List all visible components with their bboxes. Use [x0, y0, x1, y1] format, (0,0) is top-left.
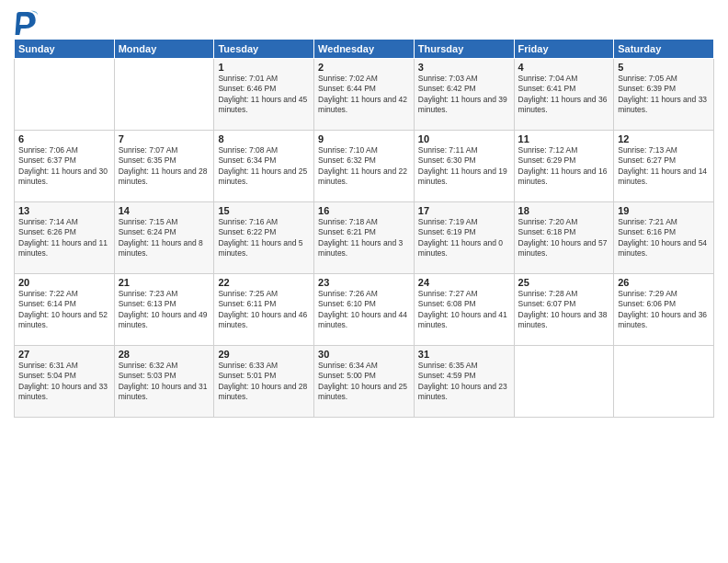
day-number: 26: [618, 277, 710, 288]
day-number: 6: [18, 133, 110, 144]
day-number: 28: [119, 349, 210, 360]
day-info: Sunrise: 7:21 AM Sunset: 6:16 PM Dayligh…: [618, 217, 710, 259]
day-cell: 12Sunrise: 7:13 AM Sunset: 6:27 PM Dayli…: [614, 131, 714, 202]
logo: [14, 9, 43, 35]
day-info: Sunrise: 7:27 AM Sunset: 6:08 PM Dayligh…: [418, 289, 510, 331]
day-info: Sunrise: 7:08 AM Sunset: 6:34 PM Dayligh…: [218, 145, 310, 188]
day-number: 16: [318, 205, 410, 216]
day-info: Sunrise: 6:31 AM Sunset: 5:04 PM Dayligh…: [18, 361, 110, 403]
header-day-friday: Friday: [514, 40, 614, 59]
day-cell: 3Sunrise: 7:03 AM Sunset: 6:42 PM Daylig…: [414, 59, 514, 131]
day-info: Sunrise: 7:06 AM Sunset: 6:37 PM Dayligh…: [18, 145, 110, 188]
day-cell: 2Sunrise: 7:02 AM Sunset: 6:44 PM Daylig…: [314, 59, 415, 131]
day-info: Sunrise: 7:10 AM Sunset: 6:32 PM Dayligh…: [318, 145, 410, 188]
day-info: Sunrise: 6:32 AM Sunset: 5:03 PM Dayligh…: [119, 361, 210, 403]
day-info: Sunrise: 7:16 AM Sunset: 6:22 PM Dayligh…: [218, 217, 310, 259]
day-cell: [114, 59, 214, 131]
day-number: 18: [518, 205, 610, 216]
day-info: Sunrise: 7:02 AM Sunset: 6:44 PM Dayligh…: [318, 74, 410, 116]
day-cell: 27Sunrise: 6:31 AM Sunset: 5:04 PM Dayli…: [15, 346, 115, 418]
day-info: Sunrise: 7:18 AM Sunset: 6:21 PM Dayligh…: [318, 217, 410, 259]
day-cell: 16Sunrise: 7:18 AM Sunset: 6:21 PM Dayli…: [314, 202, 415, 274]
page: SundayMondayTuesdayWednesdayThursdayFrid…: [0, 0, 728, 563]
day-cell: 7Sunrise: 7:07 AM Sunset: 6:35 PM Daylig…: [114, 131, 214, 202]
week-row-4: 20Sunrise: 7:22 AM Sunset: 6:14 PM Dayli…: [15, 274, 714, 346]
day-cell: 5Sunrise: 7:05 AM Sunset: 6:39 PM Daylig…: [614, 59, 714, 131]
day-number: 21: [119, 277, 210, 288]
day-info: Sunrise: 7:29 AM Sunset: 6:06 PM Dayligh…: [618, 289, 710, 331]
day-info: Sunrise: 7:05 AM Sunset: 6:39 PM Dayligh…: [618, 74, 710, 116]
day-number: 9: [318, 133, 410, 144]
day-number: 1: [218, 62, 310, 73]
day-cell: 20Sunrise: 7:22 AM Sunset: 6:14 PM Dayli…: [15, 274, 115, 346]
day-info: Sunrise: 7:03 AM Sunset: 6:42 PM Dayligh…: [418, 74, 510, 116]
week-row-5: 27Sunrise: 6:31 AM Sunset: 5:04 PM Dayli…: [15, 346, 714, 418]
day-number: 27: [18, 349, 110, 360]
day-info: Sunrise: 7:28 AM Sunset: 6:07 PM Dayligh…: [518, 289, 610, 331]
day-cell: 26Sunrise: 7:29 AM Sunset: 6:06 PM Dayli…: [614, 274, 714, 346]
day-number: 25: [518, 277, 610, 288]
day-cell: 13Sunrise: 7:14 AM Sunset: 6:26 PM Dayli…: [15, 202, 115, 274]
day-cell: [15, 59, 115, 131]
day-info: Sunrise: 6:34 AM Sunset: 5:00 PM Dayligh…: [318, 361, 410, 403]
day-info: Sunrise: 6:33 AM Sunset: 5:01 PM Dayligh…: [218, 361, 310, 403]
day-info: Sunrise: 7:26 AM Sunset: 6:10 PM Dayligh…: [318, 289, 410, 331]
day-cell: 28Sunrise: 6:32 AM Sunset: 5:03 PM Dayli…: [114, 346, 214, 418]
day-info: Sunrise: 7:07 AM Sunset: 6:35 PM Dayligh…: [119, 145, 210, 188]
day-cell: 17Sunrise: 7:19 AM Sunset: 6:19 PM Dayli…: [414, 202, 514, 274]
calendar-header: SundayMondayTuesdayWednesdayThursdayFrid…: [15, 40, 714, 59]
day-info: Sunrise: 7:14 AM Sunset: 6:26 PM Dayligh…: [18, 217, 110, 259]
day-info: Sunrise: 7:19 AM Sunset: 6:19 PM Dayligh…: [418, 217, 510, 259]
day-number: 12: [618, 133, 710, 144]
header-day-sunday: Sunday: [15, 40, 115, 59]
day-number: 19: [618, 205, 710, 216]
day-number: 15: [218, 205, 310, 216]
day-cell: [614, 346, 714, 418]
day-number: 29: [218, 349, 310, 360]
day-number: 3: [418, 62, 510, 73]
day-number: 20: [18, 277, 110, 288]
day-info: Sunrise: 7:25 AM Sunset: 6:11 PM Dayligh…: [218, 289, 310, 331]
header-day-thursday: Thursday: [414, 40, 514, 59]
day-number: 11: [518, 133, 610, 144]
logo-icon: [14, 9, 40, 35]
day-info: Sunrise: 7:13 AM Sunset: 6:27 PM Dayligh…: [618, 145, 710, 188]
day-cell: 8Sunrise: 7:08 AM Sunset: 6:34 PM Daylig…: [214, 131, 314, 202]
day-number: 23: [318, 277, 410, 288]
day-cell: 23Sunrise: 7:26 AM Sunset: 6:10 PM Dayli…: [314, 274, 415, 346]
day-cell: [514, 346, 614, 418]
day-cell: 9Sunrise: 7:10 AM Sunset: 6:32 PM Daylig…: [314, 131, 415, 202]
day-number: 31: [418, 349, 510, 360]
day-number: 4: [518, 62, 610, 73]
day-info: Sunrise: 7:01 AM Sunset: 6:46 PM Dayligh…: [218, 74, 310, 116]
day-info: Sunrise: 6:35 AM Sunset: 4:59 PM Dayligh…: [418, 361, 510, 403]
week-row-2: 6Sunrise: 7:06 AM Sunset: 6:37 PM Daylig…: [15, 131, 714, 202]
day-cell: 6Sunrise: 7:06 AM Sunset: 6:37 PM Daylig…: [15, 131, 115, 202]
day-cell: 10Sunrise: 7:11 AM Sunset: 6:30 PM Dayli…: [414, 131, 514, 202]
day-cell: 31Sunrise: 6:35 AM Sunset: 4:59 PM Dayli…: [414, 346, 514, 418]
header-row: SundayMondayTuesdayWednesdayThursdayFrid…: [15, 40, 714, 59]
day-number: 22: [218, 277, 310, 288]
day-number: 7: [119, 133, 210, 144]
header-day-monday: Monday: [114, 40, 214, 59]
header-day-tuesday: Tuesday: [214, 40, 314, 59]
day-number: 13: [18, 205, 110, 216]
day-info: Sunrise: 7:12 AM Sunset: 6:29 PM Dayligh…: [518, 145, 610, 188]
day-info: Sunrise: 7:04 AM Sunset: 6:41 PM Dayligh…: [518, 74, 610, 116]
day-cell: 15Sunrise: 7:16 AM Sunset: 6:22 PM Dayli…: [214, 202, 314, 274]
day-info: Sunrise: 7:15 AM Sunset: 6:24 PM Dayligh…: [119, 217, 210, 259]
week-row-1: 1Sunrise: 7:01 AM Sunset: 6:46 PM Daylig…: [15, 59, 714, 131]
day-cell: 11Sunrise: 7:12 AM Sunset: 6:29 PM Dayli…: [514, 131, 614, 202]
day-cell: 18Sunrise: 7:20 AM Sunset: 6:18 PM Dayli…: [514, 202, 614, 274]
day-info: Sunrise: 7:23 AM Sunset: 6:13 PM Dayligh…: [119, 289, 210, 331]
header-day-wednesday: Wednesday: [314, 40, 415, 59]
day-cell: 21Sunrise: 7:23 AM Sunset: 6:13 PM Dayli…: [114, 274, 214, 346]
day-cell: 4Sunrise: 7:04 AM Sunset: 6:41 PM Daylig…: [514, 59, 614, 131]
day-cell: 19Sunrise: 7:21 AM Sunset: 6:16 PM Dayli…: [614, 202, 714, 274]
day-number: 5: [618, 62, 710, 73]
day-cell: 1Sunrise: 7:01 AM Sunset: 6:46 PM Daylig…: [214, 59, 314, 131]
header-day-saturday: Saturday: [614, 40, 714, 59]
day-number: 2: [318, 62, 410, 73]
week-row-3: 13Sunrise: 7:14 AM Sunset: 6:26 PM Dayli…: [15, 202, 714, 274]
day-number: 8: [218, 133, 310, 144]
